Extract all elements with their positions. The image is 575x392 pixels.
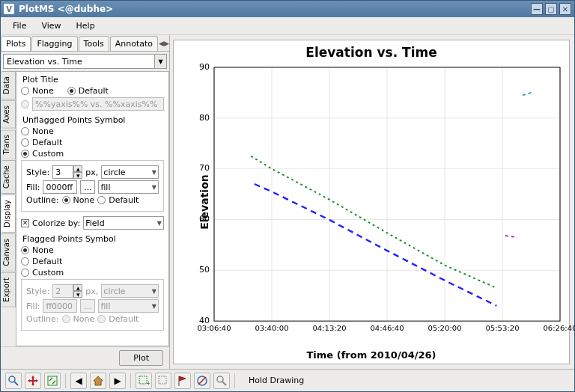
flagged-fill-label: Fill: [26, 301, 40, 311]
colorize-check[interactable] [21, 219, 29, 227]
pan-icon[interactable] [25, 373, 41, 389]
svg-point-27 [9, 376, 15, 382]
flagged-fill-mode: fill▼ [98, 299, 159, 313]
plot-button[interactable]: Plot [119, 350, 163, 366]
unflagged-outline-default-radio[interactable] [97, 196, 106, 204]
plot-select-dropdown[interactable]: ▼ [155, 54, 167, 69]
unflagged-default-label: Default [32, 138, 62, 147]
ellipsis-icon: ... [84, 183, 92, 192]
plot-title-default-radio[interactable] [67, 87, 76, 95]
tabs-scroll-right[interactable]: ▶ [164, 40, 169, 47]
svg-point-35 [217, 376, 223, 382]
spinner-down-icon[interactable]: ▼ [73, 172, 82, 179]
minimize-button[interactable]: — [531, 3, 543, 15]
nav-back-icon[interactable]: ◀ [70, 373, 87, 389]
menu-view[interactable]: View [34, 19, 68, 33]
nav-home-icon[interactable] [90, 373, 106, 389]
tab-flagging[interactable]: Flagging [31, 36, 77, 51]
select-remove-icon[interactable] [155, 373, 171, 389]
vtab-cache[interactable]: Cache [1, 160, 16, 194]
menu-file[interactable]: File [5, 19, 34, 33]
svg-text:70: 70 [199, 164, 210, 174]
chart-area: Elevation vs. Time Elevation Time (from … [173, 40, 570, 364]
maximize-button[interactable]: ▢ [545, 3, 557, 15]
locate-icon[interactable] [213, 373, 230, 389]
close-button[interactable]: ✕ [559, 3, 571, 15]
unflagged-default-radio[interactable] [21, 138, 29, 147]
bottom-toolbar: ◀ ▶ + Hold Drawing [1, 369, 574, 391]
tab-tools[interactable]: Tools [79, 36, 109, 51]
zoom-icon[interactable] [5, 373, 22, 389]
unflagged-size-input[interactable] [52, 165, 73, 179]
svg-text:04:46:40: 04:46:40 [370, 325, 404, 333]
svg-line-34 [198, 377, 206, 385]
flagged-shape-combo: circle▼ [101, 284, 159, 298]
menu-help[interactable]: Help [69, 19, 103, 33]
unflagged-outline-default-label: Default [109, 195, 139, 205]
vtab-export[interactable]: Export [1, 272, 16, 307]
hold-drawing-label[interactable]: Hold Drawing [249, 376, 304, 385]
unflagged-outline-none-radio[interactable] [62, 196, 70, 204]
svg-text:80: 80 [199, 113, 210, 123]
flagged-outline-default-radio [97, 315, 106, 323]
nav-forward-icon[interactable]: ▶ [109, 373, 126, 389]
chevron-down-icon: ▼ [152, 169, 156, 176]
svg-text:90: 90 [199, 62, 210, 72]
svg-rect-29 [48, 376, 57, 385]
plot-title-template [32, 97, 164, 111]
chevron-down-icon: ▼ [152, 184, 156, 191]
flag-icon[interactable] [174, 373, 191, 389]
vtab-canvas[interactable]: Canvas [1, 233, 16, 272]
tabs-scroll-left[interactable]: ◀ [159, 40, 164, 47]
svg-line-36 [222, 382, 226, 385]
plot-title-none-radio[interactable] [21, 87, 29, 95]
colorize-field-combo[interactable]: Field▼ [83, 216, 164, 230]
vtab-axes[interactable]: Axes [1, 100, 16, 129]
unflagged-shape-combo[interactable]: circle▼ [101, 165, 159, 179]
stretch-icon[interactable] [44, 373, 61, 389]
vtab-trans[interactable]: Trans [1, 129, 16, 159]
flagged-default-radio[interactable] [21, 257, 29, 266]
chevron-down-icon: ▼ [157, 220, 162, 227]
vtab-data[interactable]: Data [1, 71, 16, 99]
unflagged-fill-mode[interactable]: fill▼ [98, 180, 159, 194]
flagged-none-radio[interactable] [21, 246, 29, 254]
flagged-default-label: Default [32, 257, 62, 266]
unflagged-custom-radio[interactable] [21, 150, 29, 158]
svg-text:03:40:00: 03:40:00 [255, 325, 288, 333]
svg-text:06:26:40: 06:26:40 [543, 325, 575, 333]
flagged-outline-none-label: None [73, 314, 95, 324]
tab-plots[interactable]: Plots [1, 36, 31, 51]
flagged-custom-radio[interactable] [21, 269, 29, 277]
flagged-fill-picker: ... [80, 299, 95, 313]
unflagged-fill-label: Fill: [26, 183, 40, 192]
unflagged-style-label: Style: [26, 168, 49, 177]
flagged-outline-default-label: Default [109, 314, 139, 324]
unflagged-legend: Unflagged Points Symbol [21, 115, 164, 125]
unflagged-custom-label: Custom [32, 149, 64, 159]
flagged-size-input [52, 284, 73, 298]
plot-select[interactable]: Elevation vs. Time [3, 54, 155, 69]
unflagged-outline-label: Outline: [26, 195, 59, 205]
chart-xlabel: Time (from 2010/04/26) [174, 349, 569, 361]
select-add-icon[interactable]: + [136, 373, 152, 389]
display-panel: Plot Title None Default Unflagged Points… [16, 71, 169, 346]
svg-text:05:53:20: 05:53:20 [485, 325, 519, 333]
plot-title-none-label: None [32, 86, 54, 96]
svg-rect-32 [159, 376, 166, 384]
flagged-fill-mode-value: fill [100, 301, 110, 311]
unflagged-none-radio[interactable] [21, 127, 29, 135]
plot-title-custom-radio[interactable] [21, 100, 29, 108]
plot-select-value: Elevation vs. Time [7, 57, 82, 67]
unflagged-fill-mode-value: fill [100, 183, 110, 192]
vtab-display[interactable]: Display [1, 195, 16, 233]
tab-annotator[interactable]: Annotato [110, 36, 158, 51]
app-icon: V [4, 4, 14, 14]
chevron-down-icon: ▼ [152, 288, 156, 295]
spinner-up-icon[interactable]: ▲ [73, 165, 82, 172]
flagged-outline-none-radio [62, 315, 70, 323]
unflagged-fill-picker[interactable]: ... [80, 180, 95, 194]
unflag-icon[interactable] [194, 373, 210, 389]
unflagged-size-spinner[interactable]: ▲▼ [52, 165, 82, 179]
unflagged-fill-input[interactable] [43, 180, 77, 194]
